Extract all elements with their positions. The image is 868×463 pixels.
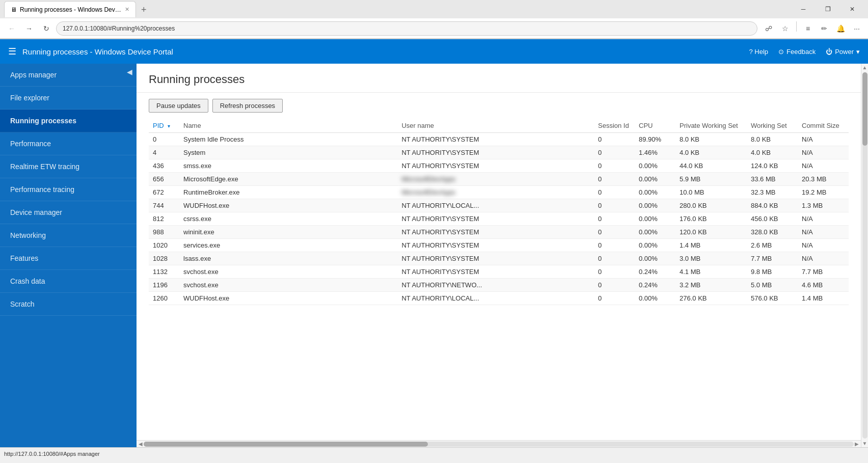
pws-cell: 120.0 KB — [675, 226, 747, 239]
table-row[interactable]: 744 WUDFHost.exe NT AUTHORITY\LOCAL... 0… — [149, 199, 849, 212]
power-button[interactable]: ⏻ Power ▾ — [826, 48, 860, 56]
session-cell: 0 — [594, 279, 635, 292]
table-row[interactable]: 1028 lsass.exe NT AUTHORITY\SYSTEM 0 0.0… — [149, 252, 849, 265]
cpu-cell: 1.46% — [635, 146, 675, 159]
sidebar-item-networking[interactable]: Networking — [0, 224, 137, 247]
active-tab[interactable]: 🖥 Running processes - Windows Device Por… — [4, 1, 136, 17]
sidebar-item-label: Realtime ETW tracing — [10, 162, 79, 171]
sidebar-item-device-manager[interactable]: Device manager — [0, 201, 137, 224]
scroll-thumb[interactable] — [144, 442, 428, 447]
back-button[interactable]: ← — [4, 21, 19, 36]
user-cell: NT AUTHORITY\NETWO... — [397, 279, 594, 292]
blurred-username: MicrosoftDevApps — [401, 175, 455, 183]
pws-cell: 4.0 KB — [675, 146, 747, 159]
name-cell: services.exe — [179, 239, 397, 252]
scroll-up-arrow[interactable]: ▲ — [862, 64, 867, 71]
session-cell: 0 — [594, 133, 635, 146]
pid-column-header[interactable]: PID ▾ — [149, 119, 179, 133]
commit-cell: 1.3 MB — [798, 199, 849, 212]
table-row[interactable]: 812 csrss.exe NT AUTHORITY\SYSTEM 0 0.00… — [149, 212, 849, 226]
username-cell: NT AUTHORITY\SYSTEM — [401, 215, 479, 223]
name-cell: System — [179, 146, 397, 159]
favorites-button[interactable]: ☆ — [778, 21, 792, 36]
vertical-scroll-track[interactable] — [862, 72, 867, 439]
sidebar-toggle-button[interactable]: ☰ — [8, 46, 16, 57]
pws-cell: 280.0 KB — [675, 199, 747, 212]
table-row[interactable]: 436 smss.exe NT AUTHORITY\SYSTEM 0 0.00%… — [149, 159, 849, 173]
pid-cell: 656 — [149, 173, 179, 186]
sidebar-item-running-processes[interactable]: Running processes — [0, 110, 137, 132]
restore-button[interactable]: ❐ — [816, 1, 839, 17]
pws-cell: 10.0 MB — [675, 186, 747, 199]
help-button[interactable]: ? Help — [749, 48, 768, 56]
pws-column-header: Private Working Set — [675, 119, 747, 133]
scroll-down-arrow[interactable]: ▼ — [862, 440, 867, 447]
sidebar-item-label: Networking — [10, 231, 46, 239]
pid-cell: 812 — [149, 212, 179, 226]
ws-cell: 576.0 KB — [747, 292, 798, 305]
table-row[interactable]: 1020 services.exe NT AUTHORITY\SYSTEM 0 … — [149, 239, 849, 252]
nav-icons: ☍ ☆ ≡ ✏ 🔔 ··· — [762, 21, 864, 36]
scroll-right-arrow[interactable]: ▶ — [854, 441, 860, 447]
sidebar-item-features[interactable]: Features — [0, 247, 137, 270]
feedback-button[interactable]: ⊙ Feedback — [778, 48, 816, 56]
session-cell: 0 — [594, 199, 635, 212]
sidebar-item-crash-data[interactable]: Crash data — [0, 270, 137, 293]
sidebar-item-label: Performance — [10, 140, 51, 148]
minimize-button[interactable]: ─ — [792, 1, 815, 17]
refresh-button[interactable]: ↻ — [39, 21, 54, 36]
status-url: http://127.0.0.1:10080/#Apps manager — [4, 451, 100, 457]
table-row[interactable]: 1260 WUDFHost.exe NT AUTHORITY\LOCAL... … — [149, 292, 849, 305]
session-cell: 0 — [594, 252, 635, 265]
scroll-track[interactable] — [144, 442, 854, 447]
horizontal-scrollbar[interactable]: ◀ ▶ — [137, 440, 861, 447]
pid-cell: 1260 — [149, 292, 179, 305]
table-row[interactable]: 1132 svchost.exe NT AUTHORITY\SYSTEM 0 0… — [149, 265, 849, 279]
ws-cell: 124.0 KB — [747, 159, 798, 173]
reading-view-button[interactable]: ☍ — [762, 21, 776, 36]
sidebar-item-realtime-etw[interactable]: Realtime ETW tracing — [0, 155, 137, 178]
vertical-scroll-thumb[interactable] — [862, 72, 867, 146]
user-cell: NT AUTHORITY\LOCAL... — [397, 199, 594, 212]
cpu-cell: 0.00% — [635, 252, 675, 265]
scroll-left-arrow[interactable]: ◀ — [138, 441, 144, 447]
username-cell: NT AUTHORITY\LOCAL... — [401, 294, 479, 302]
table-row[interactable]: 0 System Idle Process NT AUTHORITY\SYSTE… — [149, 133, 849, 146]
power-icon: ⏻ — [826, 48, 832, 56]
sidebar-item-label: File explorer — [10, 94, 49, 102]
sidebar-item-file-explorer[interactable]: File explorer — [0, 87, 137, 110]
ws-cell: 328.0 KB — [747, 226, 798, 239]
table-row[interactable]: 656 MicrosoftEdge.exe MicrosoftDevApps 0… — [149, 173, 849, 186]
pid-cell: 436 — [149, 159, 179, 173]
refresh-processes-button[interactable]: Refresh processes — [212, 99, 283, 113]
address-bar[interactable] — [56, 21, 757, 36]
processes-table-wrapper[interactable]: PID ▾ Name User name Session Id CPU Priv… — [137, 119, 861, 440]
table-row[interactable]: 4 System NT AUTHORITY\SYSTEM 0 1.46% 4.0… — [149, 146, 849, 159]
more-button[interactable]: ··· — [850, 21, 864, 36]
sidebar-item-apps-manager[interactable]: Apps manager — [0, 64, 137, 87]
forward-button[interactable]: → — [21, 21, 37, 36]
navigation-bar: ← → ↻ ☍ ☆ ≡ ✏ 🔔 ··· — [0, 18, 868, 39]
new-tab-button[interactable]: + — [137, 3, 151, 17]
sidebar-item-performance[interactable]: Performance — [0, 132, 137, 155]
notifications-button[interactable]: 🔔 — [833, 21, 848, 36]
feedback-icon: ⊙ — [778, 48, 784, 56]
table-row[interactable]: 988 wininit.exe NT AUTHORITY\SYSTEM 0 0.… — [149, 226, 849, 239]
table-row[interactable]: 1196 svchost.exe NT AUTHORITY\NETWO... 0… — [149, 279, 849, 292]
menu-button[interactable]: ≡ — [801, 21, 815, 36]
session-cell: 0 — [594, 159, 635, 173]
tab-close-button[interactable]: ✕ — [125, 6, 129, 13]
power-dropdown-icon: ▾ — [856, 48, 860, 56]
sidebar-item-label: Scratch — [10, 300, 34, 308]
vertical-scrollbar[interactable]: ▲ ▼ — [861, 64, 868, 447]
sidebar-item-scratch[interactable]: Scratch — [0, 293, 137, 316]
pen-button[interactable]: ✏ — [817, 21, 831, 36]
table-row[interactable]: 672 RuntimeBroker.exe MicrosoftDevApps 0… — [149, 186, 849, 199]
sidebar-collapse-button[interactable]: ◀ — [127, 68, 132, 76]
close-button[interactable]: ✕ — [840, 1, 864, 17]
sidebar-item-performance-tracing[interactable]: Performance tracing — [0, 178, 137, 201]
pid-cell: 4 — [149, 146, 179, 159]
pause-updates-button[interactable]: Pause updates — [149, 99, 208, 113]
commit-cell: N/A — [798, 226, 849, 239]
user-cell: NT AUTHORITY\SYSTEM — [397, 265, 594, 279]
